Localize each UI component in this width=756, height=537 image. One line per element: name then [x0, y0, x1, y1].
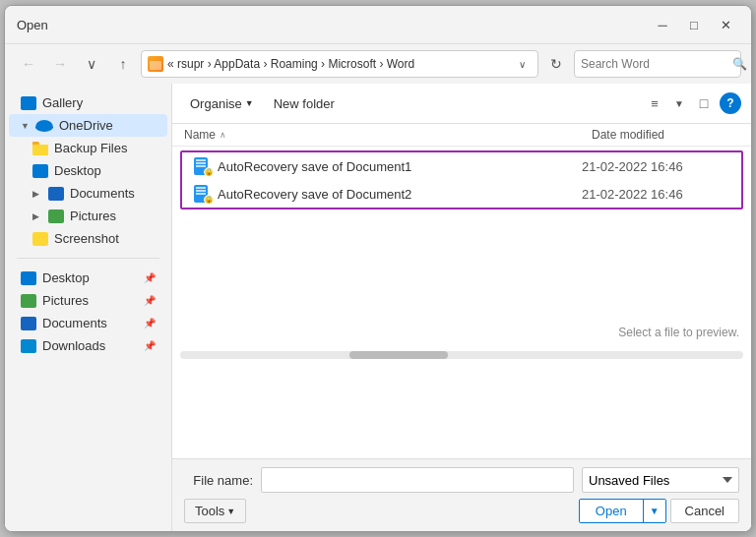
expand-icon-onedrive: ▼: [21, 121, 30, 131]
view-dropdown-button[interactable]: ▼: [670, 90, 688, 117]
minimize-button[interactable]: ─: [649, 14, 676, 35]
open-button-group: Open ▼: [579, 499, 666, 523]
maximize-button[interactable]: □: [680, 14, 708, 35]
scrollbar-thumb[interactable]: [349, 351, 448, 359]
title-bar: Open ─ □ ✕: [5, 6, 751, 44]
file-item-1[interactable]: 🔒 AutoRecovery save of Document1 21-02-2…: [182, 152, 741, 180]
file-doc-icon-2: 🔒: [194, 185, 210, 203]
desktop-icon: [32, 164, 48, 178]
sidebar-quickaccess-pictures[interactable]: Pictures 📌: [9, 289, 167, 312]
organise-dropdown-icon: ▼: [245, 98, 254, 108]
quickaccess-desktop-icon: [21, 271, 36, 285]
file-type-select[interactable]: Unsaved Files All Word Documents Word Do…: [582, 467, 739, 493]
pin-icon-downloads: 📌: [144, 340, 156, 351]
file-list-header: Name ∧ Date modified: [172, 124, 751, 147]
address-folder-icon: [148, 56, 163, 72]
sidebar-item-gallery-label: Gallery: [42, 95, 83, 110]
expand-icon-docs: ▶: [32, 189, 42, 199]
title-controls: ─ □ ✕: [649, 14, 739, 35]
open-button[interactable]: Open: [580, 500, 643, 522]
file-name-label: File name:: [184, 473, 253, 488]
sidebar-item-gallery[interactable]: Gallery: [9, 91, 167, 114]
new-folder-button[interactable]: New folder: [266, 93, 343, 114]
folder-icon-backup: [32, 142, 48, 155]
pin-icon-documents: 📌: [144, 318, 156, 328]
sidebar-quickaccess-documents[interactable]: Documents 📌: [9, 312, 167, 334]
search-icon: 🔍: [732, 57, 747, 71]
pin-icon-pictures: 📌: [144, 295, 156, 306]
file-item-2[interactable]: 🔒 AutoRecovery save of Document2 21-02-2…: [182, 180, 741, 208]
lock-badge-1: 🔒: [204, 167, 214, 177]
close-button[interactable]: ✕: [712, 14, 739, 35]
sidebar-item-screenshot[interactable]: Screenshot: [9, 227, 167, 250]
pane-button[interactable]: □: [690, 90, 718, 117]
dialog-title: Open: [17, 18, 48, 32]
sort-icon: ∧: [220, 130, 226, 140]
file-date-2: 21-02-2022 16:46: [582, 187, 729, 202]
back-button[interactable]: ←: [15, 50, 42, 78]
file-doc-icon-1: 🔒: [194, 157, 210, 175]
forward-button[interactable]: →: [46, 50, 74, 78]
file-name-input[interactable]: [261, 467, 574, 493]
sidebar-item-onedrive-label: OneDrive: [59, 118, 113, 133]
sidebar-quickaccess-downloads[interactable]: Downloads 📌: [9, 334, 167, 357]
sidebar-item-documents-label: Documents: [70, 186, 135, 201]
main-content: Gallery ▼ OneDrive Backup Files Desktop: [5, 84, 751, 531]
quickaccess-docs-icon: [21, 317, 36, 330]
view-controls: ≡ ▼ □ ?: [641, 90, 741, 117]
gallery-icon: [21, 96, 36, 110]
list-view-button[interactable]: ≡: [641, 90, 668, 117]
docs-icon: [48, 187, 64, 201]
sidebar-divider: [17, 258, 159, 259]
cancel-button[interactable]: Cancel: [670, 499, 739, 523]
content-area: Organise ▼ New folder ≡ ▼ □ ? Name: [172, 84, 751, 531]
address-bar[interactable]: « rsupr › AppData › Roaming › Microsoft …: [141, 50, 538, 78]
title-bar-left: Open: [17, 18, 48, 32]
preview-area: Select a file to preview.: [172, 213, 751, 351]
organise-button[interactable]: Organise ▼: [182, 93, 262, 114]
sidebar-item-onedrive[interactable]: ▼ OneDrive: [9, 114, 167, 137]
file-date-1: 21-02-2022 16:46: [582, 159, 729, 174]
sidebar-item-documents[interactable]: ▶ Documents: [9, 182, 167, 205]
column-date-label: Date modified: [592, 128, 664, 142]
sidebar: Gallery ▼ OneDrive Backup Files Desktop: [5, 84, 172, 531]
lock-badge-2: 🔒: [204, 195, 214, 205]
tools-dropdown-icon: ▼: [226, 507, 235, 516]
screenshot-icon: [32, 232, 48, 246]
nav-down-button[interactable]: ∨: [78, 50, 105, 78]
expand-icon-pictures: ▶: [32, 211, 42, 221]
tools-button[interactable]: Tools ▼: [184, 499, 246, 523]
help-button[interactable]: ?: [720, 92, 741, 114]
organise-label: Organise: [190, 96, 242, 111]
file-name-1: AutoRecovery save of Document1: [218, 159, 574, 174]
quickaccess-downloads-label: Downloads: [42, 338, 105, 353]
content-toolbar: Organise ▼ New folder ≡ ▼ □ ?: [172, 84, 751, 124]
sidebar-item-screenshot-label: Screenshot: [54, 231, 119, 246]
refresh-button[interactable]: ↻: [542, 50, 570, 78]
nav-toolbar: ← → ∨ ↑ « rsupr › AppData › Roaming › Mi…: [5, 44, 751, 84]
quickaccess-pictures-label: Pictures: [42, 293, 89, 308]
up-button[interactable]: ↑: [109, 50, 137, 78]
search-box: 🔍: [574, 50, 741, 78]
sidebar-item-desktop-label: Desktop: [54, 163, 101, 178]
highlighted-file-list: 🔒 AutoRecovery save of Document1 21-02-2…: [180, 150, 743, 209]
quickaccess-desktop-label: Desktop: [42, 270, 90, 285]
sidebar-item-pictures-label: Pictures: [70, 209, 116, 223]
pin-icon-desktop: 📌: [144, 272, 156, 283]
search-input[interactable]: [581, 57, 728, 71]
sidebar-item-pictures[interactable]: ▶ Pictures: [9, 205, 167, 227]
open-dropdown-button[interactable]: ▼: [643, 500, 665, 522]
tools-label: Tools: [195, 504, 224, 518]
file-name-row: File name: Unsaved Files All Word Docume…: [184, 467, 739, 493]
horizontal-scrollbar[interactable]: [180, 351, 743, 359]
downloads-icon: [21, 339, 36, 353]
column-name-label: Name: [184, 128, 216, 142]
address-text: « rsupr › AppData › Roaming › Microsoft …: [167, 57, 508, 71]
address-dropdown-button[interactable]: ∨: [512, 50, 532, 78]
sidebar-item-backup[interactable]: Backup Files: [9, 137, 167, 159]
sidebar-quickaccess-desktop[interactable]: Desktop 📌: [9, 267, 167, 289]
column-name: Name ∧: [184, 128, 592, 142]
bottom-bar: File name: Unsaved Files All Word Docume…: [172, 458, 751, 531]
onedrive-icon: [35, 120, 53, 132]
sidebar-item-desktop[interactable]: Desktop: [9, 159, 167, 182]
